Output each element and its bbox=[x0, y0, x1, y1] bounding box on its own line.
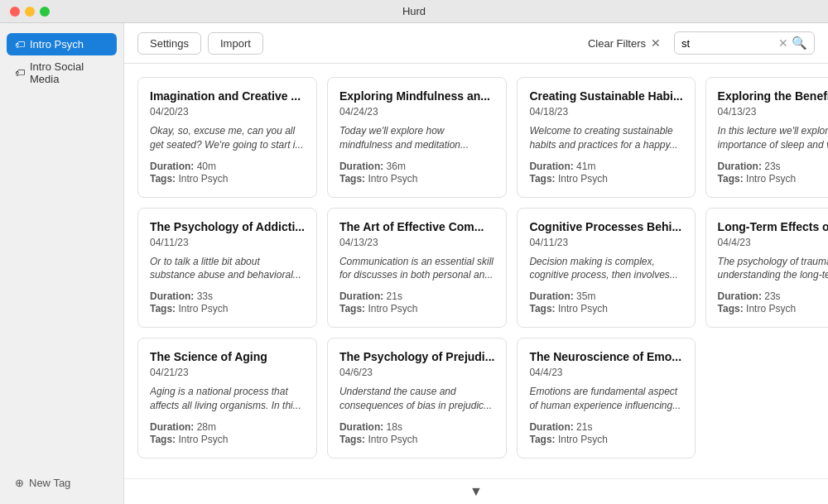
app-title: Hurd bbox=[402, 5, 426, 17]
card-title: Exploring the Benefits and... bbox=[718, 89, 828, 103]
card-meta: Duration: 21s Tags: Intro Psych bbox=[529, 421, 682, 446]
card-meta: Duration: 18s Tags: Intro Psych bbox=[339, 421, 494, 446]
cards-grid: Imagination and Creative ... 04/20/23 Ok… bbox=[137, 77, 815, 458]
card-meta: Duration: 40m Tags: Intro Psych bbox=[150, 161, 305, 185]
card-duration: Duration: 41m bbox=[529, 161, 682, 172]
card-tags: Tags: Intro Psych bbox=[339, 303, 494, 314]
minimize-button[interactable] bbox=[25, 7, 35, 17]
card-description: Or to talk a little bit about substance … bbox=[150, 255, 305, 283]
plus-circle-icon: ⊕ bbox=[15, 477, 24, 489]
card-duration: Duration: 40m bbox=[150, 161, 305, 172]
card-duration: Duration: 21s bbox=[529, 421, 682, 433]
card-title: The Science of Aging bbox=[150, 350, 305, 363]
card-3[interactable]: Exploring the Benefits and... 04/13/23 I… bbox=[705, 77, 828, 198]
clear-filters-x-icon[interactable]: ✕ bbox=[651, 36, 661, 50]
card-duration: Duration: 33s bbox=[150, 290, 305, 302]
card-description: Today we'll explore how mindfulness and … bbox=[339, 124, 494, 152]
tag-icon: 🏷 bbox=[15, 67, 25, 79]
sidebar-bottom: ⊕ New Tag bbox=[7, 465, 117, 494]
card-tags: Tags: Intro Psych bbox=[529, 434, 682, 445]
card-title: The Psychology of Prejudi... bbox=[339, 350, 494, 363]
title-bar: Hurd bbox=[0, 0, 828, 23]
card-title: Creating Sustainable Habi... bbox=[529, 89, 682, 103]
card-6[interactable]: Cognitive Processes Behi... 04/11/23 Dec… bbox=[517, 208, 695, 329]
clear-filters-label: Clear Filters bbox=[588, 37, 646, 50]
card-4[interactable]: The Psychology of Addicti... 04/11/23 Or… bbox=[137, 208, 317, 329]
card-7[interactable]: Long-Term Effects of Trau... 04/4/23 The… bbox=[705, 208, 828, 329]
sidebar-item-1[interactable]: 🏷Intro Social Media bbox=[7, 55, 117, 90]
clear-filters-button[interactable]: Clear Filters ✕ bbox=[581, 33, 667, 53]
card-duration: Duration: 23s bbox=[718, 161, 828, 172]
maximize-button[interactable] bbox=[40, 7, 50, 17]
card-date: 04/18/23 bbox=[529, 106, 682, 118]
card-meta: Duration: 36m Tags: Intro Psych bbox=[339, 161, 494, 185]
card-date: 04/4/23 bbox=[718, 237, 828, 248]
card-date: 04/13/23 bbox=[718, 106, 828, 118]
card-9[interactable]: The Psychology of Prejudi... 04/6/23 Und… bbox=[327, 338, 507, 458]
card-0[interactable]: Imagination and Creative ... 04/20/23 Ok… bbox=[137, 77, 317, 198]
sidebar-item-label: Intro Social Media bbox=[30, 60, 108, 85]
new-tag-label: New Tag bbox=[29, 477, 70, 489]
card-date: 04/13/23 bbox=[339, 237, 494, 248]
tag-icon: 🏷 bbox=[15, 39, 25, 50]
card-meta: Duration: 28m Tags: Intro Psych bbox=[150, 421, 305, 446]
card-tags: Tags: Intro Psych bbox=[150, 303, 305, 314]
card-date: 04/24/23 bbox=[339, 106, 494, 118]
import-button[interactable]: Import bbox=[208, 32, 263, 55]
card-meta: Duration: 21s Tags: Intro Psych bbox=[339, 290, 494, 315]
card-title: Imagination and Creative ... bbox=[150, 89, 305, 103]
card-10[interactable]: The Neuroscience of Emo... 04/4/23 Emoti… bbox=[517, 338, 695, 458]
card-tags: Tags: Intro Psych bbox=[150, 434, 305, 445]
traffic-lights bbox=[10, 7, 50, 17]
card-tags: Tags: Intro Psych bbox=[339, 173, 494, 185]
card-date: 04/6/23 bbox=[339, 367, 494, 378]
main-content: Settings Import Clear Filters ✕ ✕ 🔍 Imag… bbox=[124, 23, 828, 504]
card-description: Emotions are fundamental aspect of human… bbox=[529, 385, 682, 413]
card-duration: Duration: 28m bbox=[150, 421, 305, 433]
close-button[interactable] bbox=[10, 7, 20, 17]
new-tag-button[interactable]: ⊕ New Tag bbox=[7, 472, 117, 494]
scroll-down-button[interactable]: ▼ bbox=[124, 478, 828, 504]
card-duration: Duration: 35m bbox=[529, 290, 682, 302]
card-meta: Duration: 41m Tags: Intro Psych bbox=[529, 161, 682, 185]
card-date: 04/20/23 bbox=[150, 106, 305, 118]
search-icon[interactable]: 🔍 bbox=[792, 36, 807, 50]
card-description: Decision making is complex, cognitive pr… bbox=[529, 255, 682, 283]
card-8[interactable]: The Science of Aging 04/21/23 Aging is a… bbox=[137, 338, 317, 458]
card-1[interactable]: Exploring Mindfulness an... 04/24/23 Tod… bbox=[327, 77, 507, 198]
card-duration: Duration: 18s bbox=[339, 421, 494, 433]
card-title: The Art of Effective Com... bbox=[339, 220, 494, 233]
card-title: Exploring Mindfulness an... bbox=[339, 89, 494, 103]
card-tags: Tags: Intro Psych bbox=[529, 173, 682, 185]
chevron-down-icon: ▼ bbox=[469, 484, 483, 499]
card-meta: Duration: 35m Tags: Intro Psych bbox=[529, 290, 682, 315]
card-title: The Psychology of Addicti... bbox=[150, 220, 305, 233]
search-clear-icon[interactable]: ✕ bbox=[778, 36, 788, 50]
card-tags: Tags: Intro Psych bbox=[529, 303, 682, 314]
toolbar: Settings Import Clear Filters ✕ ✕ 🔍 bbox=[124, 23, 828, 64]
card-date: 04/21/23 bbox=[150, 367, 305, 378]
cards-area: Imagination and Creative ... 04/20/23 Ok… bbox=[124, 64, 828, 478]
card-tags: Tags: Intro Psych bbox=[150, 173, 305, 185]
sidebar-item-label: Intro Psych bbox=[30, 38, 84, 50]
card-date: 04/4/23 bbox=[529, 367, 682, 378]
sidebar-item-0[interactable]: 🏷Intro Psych bbox=[7, 33, 117, 55]
card-date: 04/11/23 bbox=[150, 237, 305, 248]
card-5[interactable]: The Art of Effective Com... 04/13/23 Com… bbox=[327, 208, 507, 329]
card-duration: Duration: 36m bbox=[339, 161, 494, 172]
settings-button[interactable]: Settings bbox=[137, 32, 201, 55]
card-date: 04/11/23 bbox=[529, 237, 682, 248]
card-description: Aging is a national process that affects… bbox=[150, 385, 305, 413]
card-meta: Duration: 33s Tags: Intro Psych bbox=[150, 290, 305, 315]
search-bar: ✕ 🔍 bbox=[674, 31, 815, 55]
card-description: In this lecture we'll explore the import… bbox=[718, 124, 828, 152]
card-title: Cognitive Processes Behi... bbox=[529, 220, 682, 233]
search-input[interactable] bbox=[681, 37, 775, 50]
card-description: Communication is an essential skill for … bbox=[339, 255, 494, 283]
card-description: Welcome to creating sustainable habits a… bbox=[529, 124, 682, 152]
card-description: The psychology of trauma, understanding … bbox=[718, 255, 828, 283]
card-description: Understand the cause and consequences of… bbox=[339, 385, 494, 413]
sidebar: 🏷Intro Psych🏷Intro Social Media ⊕ New Ta… bbox=[0, 23, 124, 504]
card-title: Long-Term Effects of Trau... bbox=[718, 220, 828, 233]
card-2[interactable]: Creating Sustainable Habi... 04/18/23 We… bbox=[517, 77, 695, 198]
